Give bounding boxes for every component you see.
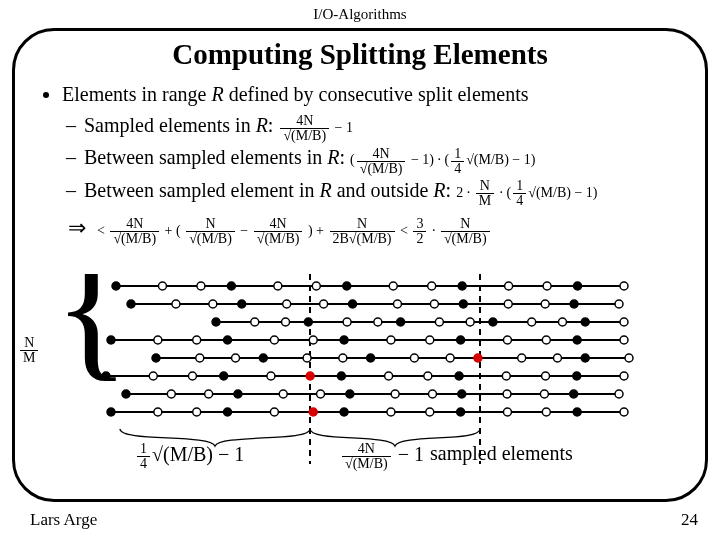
svg-point-113 [270, 408, 278, 416]
svg-point-98 [279, 390, 287, 398]
svg-point-11 [389, 282, 397, 290]
svg-point-42 [466, 318, 474, 326]
bullet-sub1: Sampled elements in R:Sampled elements i… [84, 111, 680, 143]
svg-point-117 [426, 408, 434, 416]
bullet-main-text: Elements in range R defined by consecuti… [62, 83, 529, 105]
svg-point-29 [504, 300, 512, 308]
svg-point-68 [303, 354, 311, 362]
bullet-sub2-text: Between sampled elements in R:Between sa… [84, 146, 345, 168]
svg-point-79 [102, 372, 110, 380]
svg-point-82 [220, 372, 228, 380]
svg-point-26 [393, 300, 401, 308]
svg-point-67 [259, 354, 267, 362]
svg-point-10 [343, 282, 351, 290]
svg-point-112 [224, 408, 232, 416]
svg-point-114 [309, 408, 317, 416]
svg-point-111 [193, 408, 201, 416]
svg-point-71 [410, 354, 418, 362]
svg-point-30 [541, 300, 549, 308]
svg-point-9 [312, 282, 320, 290]
svg-point-90 [542, 372, 550, 380]
formula-1: 4N√(M/B) − 1 [278, 120, 353, 135]
svg-point-120 [542, 408, 550, 416]
svg-point-65 [196, 354, 204, 362]
svg-point-51 [193, 336, 201, 344]
svg-point-96 [205, 390, 213, 398]
diagram-left-label: NM [18, 336, 40, 365]
course-header: I/O-Algorithms [0, 6, 720, 23]
svg-point-60 [542, 336, 550, 344]
bullet-sub3: Between sampled element in R and outside… [84, 176, 680, 208]
svg-point-81 [188, 372, 196, 380]
svg-point-122 [620, 408, 628, 416]
svg-point-17 [620, 282, 628, 290]
svg-point-58 [457, 336, 465, 344]
svg-point-87 [424, 372, 432, 380]
diagram-bracket-right-label: 4N√(M/B) − 1 [340, 442, 424, 471]
svg-point-40 [397, 318, 405, 326]
svg-point-118 [457, 408, 465, 416]
svg-point-95 [167, 390, 175, 398]
svg-point-47 [620, 318, 628, 326]
page-number: 24 [681, 510, 698, 530]
svg-point-97 [234, 390, 242, 398]
svg-point-28 [459, 300, 467, 308]
svg-point-35 [251, 318, 259, 326]
svg-point-53 [270, 336, 278, 344]
svg-point-54 [309, 336, 317, 344]
svg-point-7 [227, 282, 235, 290]
svg-point-88 [455, 372, 463, 380]
svg-point-41 [435, 318, 443, 326]
formula-implication: < 4N√(M/B) + ( N√(M/B) − 4N√(M/B) ) + N2… [97, 223, 492, 238]
svg-point-62 [620, 336, 628, 344]
svg-point-70 [367, 354, 375, 362]
svg-point-13 [458, 282, 466, 290]
svg-point-91 [573, 372, 581, 380]
svg-point-86 [385, 372, 393, 380]
bullet-sub1-text: Sampled elements in R:Sampled elements i… [84, 114, 273, 136]
bullet-main: Elements in range R defined by consecuti… [62, 80, 680, 208]
svg-point-105 [540, 390, 548, 398]
svg-point-6 [197, 282, 205, 290]
svg-point-59 [503, 336, 511, 344]
svg-point-31 [570, 300, 578, 308]
svg-point-106 [570, 390, 578, 398]
svg-point-34 [212, 318, 220, 326]
svg-point-74 [518, 354, 526, 362]
svg-point-49 [107, 336, 115, 344]
svg-point-24 [320, 300, 328, 308]
svg-point-104 [503, 390, 511, 398]
author-name: Lars Arge [30, 510, 97, 530]
page-title: Computing Splitting Elements [0, 38, 720, 71]
svg-point-22 [238, 300, 246, 308]
svg-point-102 [428, 390, 436, 398]
svg-point-36 [282, 318, 290, 326]
svg-point-85 [337, 372, 345, 380]
svg-point-75 [553, 354, 561, 362]
svg-point-84 [306, 372, 314, 380]
svg-point-21 [209, 300, 217, 308]
svg-point-94 [122, 390, 130, 398]
svg-point-50 [154, 336, 162, 344]
svg-point-57 [426, 336, 434, 344]
svg-point-109 [107, 408, 115, 416]
formula-2: (4N√(M/B) − 1) · (14√(M/B) − 1) [350, 152, 535, 167]
svg-point-19 [127, 300, 135, 308]
svg-point-119 [503, 408, 511, 416]
svg-point-110 [154, 408, 162, 416]
svg-point-103 [458, 390, 466, 398]
svg-point-37 [304, 318, 312, 326]
svg-point-92 [620, 372, 628, 380]
svg-point-116 [387, 408, 395, 416]
svg-point-76 [581, 354, 589, 362]
svg-point-14 [505, 282, 513, 290]
svg-point-72 [446, 354, 454, 362]
svg-point-115 [340, 408, 348, 416]
svg-point-8 [274, 282, 282, 290]
svg-point-16 [574, 282, 582, 290]
svg-point-99 [317, 390, 325, 398]
svg-point-46 [581, 318, 589, 326]
svg-point-107 [615, 390, 623, 398]
svg-point-77 [625, 354, 633, 362]
svg-point-5 [158, 282, 166, 290]
